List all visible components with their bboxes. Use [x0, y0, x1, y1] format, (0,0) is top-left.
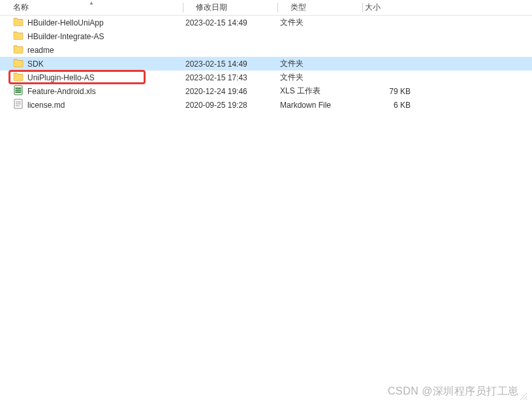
- file-date-cell: 2023-02-15 17:43: [183, 71, 277, 84]
- file-name-cell[interactable]: UniPlugin-Hello-AS: [0, 71, 183, 84]
- table-row[interactable]: license.md2020-09-25 19:28Markdown File6…: [0, 98, 532, 112]
- folder-icon: [13, 16, 23, 29]
- file-name-cell[interactable]: HBuilder-Integrate-AS: [0, 29, 183, 43]
- table-row[interactable]: Feature-Android.xls2020-12-24 19:46XLS 工…: [0, 84, 532, 98]
- file-size-cell: 79 KB: [362, 84, 421, 98]
- column-header-name[interactable]: ▲ 名称: [0, 0, 183, 15]
- file-size-cell: [362, 43, 421, 57]
- file-type-cell: 文件夹: [277, 16, 362, 29]
- file-name-cell[interactable]: SDK: [0, 57, 183, 71]
- file-type-cell: 文件夹: [277, 71, 362, 84]
- column-divider: [183, 3, 183, 12]
- file-list: ▲ 名称 修改日期 类型 大小 HBuilder-HelloUniApp2023…: [0, 0, 532, 112]
- file-date-cell: 2023-02-15 14:49: [183, 57, 277, 71]
- svg-line-8: [520, 393, 527, 400]
- folder-icon: [13, 71, 23, 84]
- file-size-cell: [362, 71, 421, 84]
- file-date-cell: 2020-12-24 19:46: [183, 84, 277, 98]
- svg-rect-2: [16, 89, 22, 91]
- file-size-cell: 6 KB: [362, 98, 421, 112]
- svg-rect-3: [16, 91, 22, 93]
- table-row[interactable]: UniPlugin-Hello-AS2023-02-15 17:43文件夹: [0, 71, 532, 84]
- file-type-cell: Markdown File: [277, 98, 362, 112]
- file-name-cell[interactable]: Feature-Android.xls: [0, 84, 183, 98]
- file-type-cell: [277, 29, 362, 43]
- file-name-label: SDK: [27, 59, 44, 69]
- file-date-cell: [183, 43, 277, 57]
- folder-icon: [13, 57, 23, 70]
- file-type-cell: XLS 工作表: [277, 84, 362, 98]
- column-divider: [277, 3, 278, 12]
- file-name-cell[interactable]: readme: [0, 43, 183, 57]
- sort-ascending-icon: ▲: [89, 0, 94, 6]
- column-header-date[interactable]: 修改日期: [183, 0, 277, 15]
- file-date-cell: [183, 29, 277, 43]
- column-header-row: ▲ 名称 修改日期 类型 大小: [0, 0, 532, 16]
- xls-icon: [13, 85, 23, 97]
- file-name-cell[interactable]: license.md: [0, 98, 183, 112]
- file-type-cell: 文件夹: [277, 57, 362, 71]
- file-name-label: readme: [27, 46, 54, 55]
- column-header-type-label: 类型: [290, 2, 306, 13]
- svg-rect-1: [16, 88, 22, 89]
- file-size-cell: [362, 16, 421, 29]
- column-header-name-label: 名称: [13, 2, 29, 13]
- table-row[interactable]: SDK2023-02-15 14:49文件夹: [0, 57, 532, 71]
- folder-icon: [13, 30, 23, 42]
- table-row[interactable]: HBuilder-HelloUniApp2023-02-15 14:49文件夹: [0, 16, 532, 29]
- rows-container: HBuilder-HelloUniApp2023-02-15 14:49文件夹H…: [0, 16, 532, 112]
- column-header-size-label: 大小: [365, 2, 381, 13]
- file-name-label: HBuilder-HelloUniApp: [27, 18, 104, 27]
- file-name-label: HBuilder-Integrate-AS: [27, 32, 104, 41]
- file-type-cell: [277, 43, 362, 57]
- md-icon: [13, 99, 23, 111]
- table-row[interactable]: HBuilder-Integrate-AS: [0, 29, 532, 43]
- file-date-cell: 2023-02-15 14:49: [183, 16, 277, 29]
- folder-icon: [13, 44, 23, 56]
- svg-line-10: [526, 399, 527, 400]
- file-size-cell: [362, 57, 421, 71]
- file-name-label: Feature-Android.xls: [27, 87, 96, 96]
- column-header-size[interactable]: 大小: [362, 0, 421, 15]
- resize-grip-icon: [519, 392, 528, 401]
- file-name-cell[interactable]: HBuilder-HelloUniApp: [0, 16, 183, 29]
- file-name-label: UniPlugin-Hello-AS: [27, 73, 95, 82]
- column-header-type[interactable]: 类型: [277, 0, 362, 15]
- file-size-cell: [362, 29, 421, 43]
- file-name-label: license.md: [27, 101, 65, 110]
- watermark-text: CSDN @深圳程序员打工崽: [388, 385, 519, 398]
- file-date-cell: 2020-09-25 19:28: [183, 98, 277, 112]
- column-divider: [362, 3, 363, 12]
- column-header-date-label: 修改日期: [196, 2, 227, 13]
- table-row[interactable]: readme: [0, 43, 532, 57]
